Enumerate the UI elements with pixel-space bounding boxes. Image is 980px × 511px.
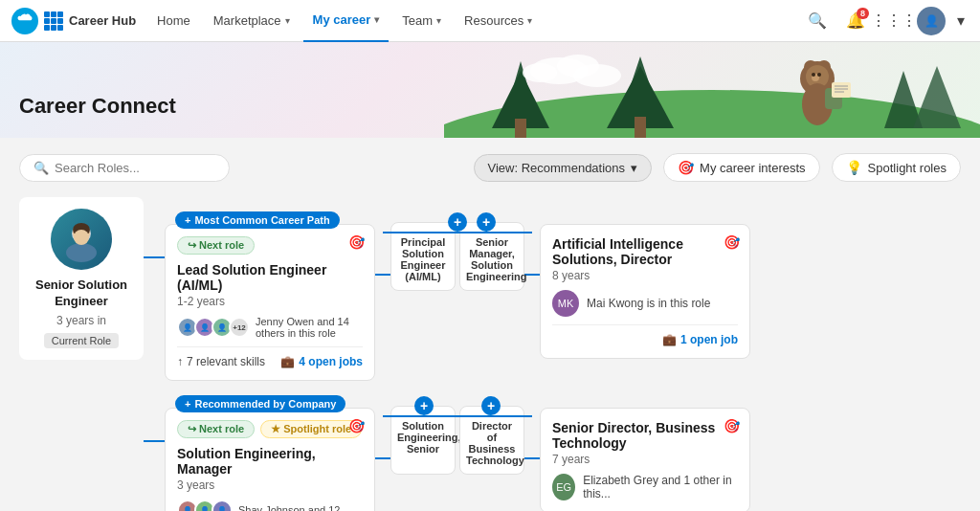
interests-icon: 🎯 xyxy=(678,160,694,175)
card-years-2: 3 years xyxy=(177,478,363,492)
recommended-badge: + Recommended by Company xyxy=(175,395,345,412)
avatar-6: 👤 xyxy=(212,500,233,511)
notifications-button[interactable]: 🔔 8 xyxy=(840,6,871,36)
middle-cards-2: + + Solution Engineering, Senior Directo… xyxy=(390,406,524,475)
nav-team[interactable]: Team ▾ xyxy=(392,0,451,42)
spotlight-roles-button[interactable]: 💡 Spotlight roles xyxy=(832,153,961,182)
people-text-2: Shay Johnson and 12... xyxy=(238,504,349,511)
arrow-icon: ↪ xyxy=(188,239,196,251)
next-role-card-2: + Recommended by Company ↪ Next role ★ S… xyxy=(165,408,375,511)
plus-node-4: + xyxy=(481,396,501,415)
chevron-down-icon: ▾ xyxy=(957,11,965,30)
chevron-down-icon: ▾ xyxy=(527,15,532,26)
next-role-card-1: + Most Common Career Path ↪ Next role 🎯 … xyxy=(165,224,375,381)
h-connector-3 xyxy=(375,457,390,459)
sf-cloud-icon xyxy=(16,12,33,30)
mid-card-wrapper-2: + + Solution Engineering, Senior Directo… xyxy=(390,406,524,475)
view-recommendations-button[interactable]: View: Recommendations ▾ xyxy=(474,154,653,182)
search-box[interactable]: 🔍 xyxy=(19,154,230,182)
far-card-person-text-2: Elizabeth Grey and 1 other in this... xyxy=(583,474,738,500)
chevron-down-icon: ▾ xyxy=(374,14,379,25)
main-content: 🔍 View: Recommendations ▾ 🎯 My career in… xyxy=(0,138,980,511)
middle-cards-1: + + Principal Solution Engineer (AI/ML) … xyxy=(390,222,524,291)
app-grid-icon xyxy=(44,11,63,31)
far-card-title: Artificial Intelligence Solutions, Direc… xyxy=(552,236,738,267)
far-card-years: 8 years xyxy=(552,269,738,282)
my-career-interests-button[interactable]: 🎯 My career interests xyxy=(663,153,820,182)
chevron-down-icon: ▾ xyxy=(436,15,441,26)
nav-resources[interactable]: Resources ▾ xyxy=(455,0,542,42)
far-card-1: 🎯 Artificial Intelligence Solutions, Dir… xyxy=(540,224,750,359)
nav-marketplace[interactable]: Marketplace ▾ xyxy=(204,0,300,42)
toolbar: 🔍 View: Recommendations ▾ 🎯 My career in… xyxy=(19,153,961,182)
svg-rect-6 xyxy=(635,117,646,138)
plus-node-inner: + xyxy=(477,212,496,232)
svg-marker-21 xyxy=(913,66,961,128)
paths-container: + Most Common Career Path ↪ Next role 🎯 … xyxy=(144,207,750,511)
card-people-1: 👤 👤 👤 +12 Jenny Owen and 14 others in th… xyxy=(177,316,363,339)
svg-point-13 xyxy=(817,73,821,77)
target-icon: 🎯 xyxy=(348,234,365,250)
app-logo[interactable]: Career Hub xyxy=(11,8,136,34)
path-badges: + Most Common Career Path xyxy=(175,211,340,229)
spotlight-icon: 💡 xyxy=(846,160,862,175)
path2-badges: + Recommended by Company xyxy=(175,395,345,412)
hero-title: Career Connect xyxy=(19,94,176,119)
card-years-1: 1-2 years xyxy=(177,295,363,308)
nav-my-career[interactable]: My career ▾ xyxy=(303,0,390,42)
notification-badge: 8 xyxy=(857,8,869,19)
people-avatars: 👤 👤 👤 +12 xyxy=(177,317,250,338)
nav-actions: 🔍 🔔 8 ⋮⋮⋮ 👤 ▾ xyxy=(802,6,969,36)
sub-badges: ↪ Next role xyxy=(177,236,363,255)
career-path-area: Senior Solution Engineer 3 years in Curr… xyxy=(19,197,961,511)
star-icon: ★ xyxy=(271,423,280,434)
card-people-2: 👤 👤 👤 Shay Johnson and 12... xyxy=(177,500,363,511)
briefcase-icon: 💼 xyxy=(280,355,295,368)
search-icon: 🔍 xyxy=(33,161,49,175)
target-icon-2: 🎯 xyxy=(348,418,365,433)
most-common-badge: + Most Common Career Path xyxy=(175,211,340,229)
target-icon: 🎯 xyxy=(724,234,740,250)
svg-point-30 xyxy=(74,230,89,245)
chevron-down-icon: ▾ xyxy=(631,161,637,175)
apps-button[interactable]: ⋮⋮⋮ xyxy=(879,6,909,36)
briefcase-icon: 💼 xyxy=(662,333,677,346)
plus-node-3: + xyxy=(414,396,434,415)
far-card-person-text: Mai Kwong is in this role xyxy=(587,297,710,310)
nav-home[interactable]: Home xyxy=(147,0,200,42)
path-row-1: + Most Common Career Path ↪ Next role 🎯 … xyxy=(144,207,750,381)
mid-card-wrapper-1: + + Principal Solution Engineer (AI/ML) … xyxy=(390,222,524,291)
card-footer-1: ↑ 7 relevant skills 💼 4 open jobs xyxy=(177,346,363,368)
user-menu-chevron[interactable]: ▾ xyxy=(953,6,969,36)
user-avatar[interactable]: 👤 xyxy=(917,7,946,35)
current-role-years: 3 years in xyxy=(56,314,106,327)
h-connector-4 xyxy=(524,457,540,459)
sub-badges-2: ↪ Next role ★ Spotlight role xyxy=(177,420,363,438)
salesforce-logo xyxy=(11,8,38,34)
grid-icon: ⋮⋮⋮ xyxy=(871,11,917,30)
far-card-avatar-2: EG xyxy=(552,474,575,500)
card-jobs: 💼 4 open jobs xyxy=(280,355,363,368)
plus-icon: + xyxy=(185,214,190,226)
people-text-1: Jenny Owen and 14 others in this role xyxy=(256,316,363,339)
search-button[interactable]: 🔍 xyxy=(802,6,833,36)
svg-rect-16 xyxy=(832,82,851,98)
plus-icon: + xyxy=(185,398,190,410)
plus-node-1: + xyxy=(448,212,467,232)
current-role-card: Senior Solution Engineer 3 years in Curr… xyxy=(19,197,144,360)
svg-point-25 xyxy=(573,64,621,87)
current-role-name: Senior Solution Engineer xyxy=(27,278,136,310)
svg-rect-3 xyxy=(515,119,526,138)
hero-banner: Career Connect xyxy=(0,42,980,138)
search-input[interactable] xyxy=(55,161,215,175)
svg-point-24 xyxy=(523,63,557,82)
next-role-badge-2: ↪ Next role xyxy=(177,420,255,438)
arrow-icon: ↪ xyxy=(188,423,196,434)
hero-illustration xyxy=(444,42,980,138)
chevron-down-icon: ▾ xyxy=(285,15,290,26)
far-card-avatar: MK xyxy=(552,290,579,317)
target-icon-3: 🎯 xyxy=(724,418,740,433)
current-role-badge: Current Role xyxy=(44,333,119,348)
path-row-2: + Recommended by Company ↪ Next role ★ S… xyxy=(144,390,750,511)
far-card-footer: 💼 1 open job xyxy=(552,324,738,346)
